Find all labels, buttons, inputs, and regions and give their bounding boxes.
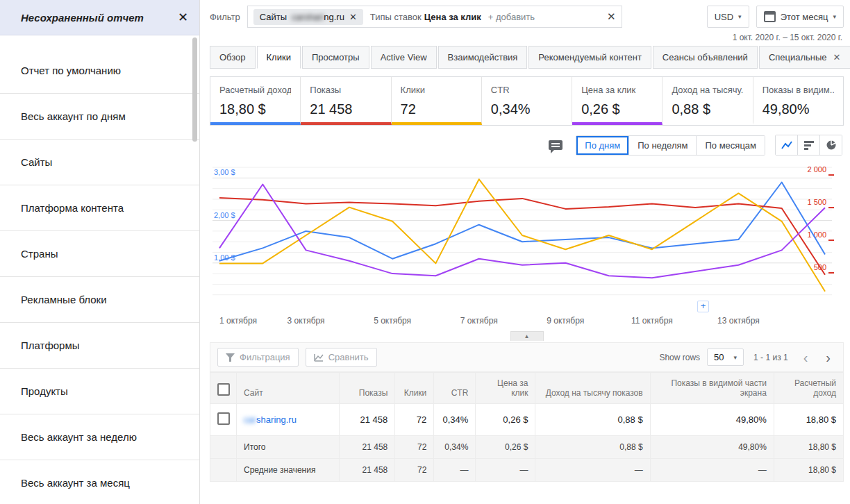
report-main: Фильтр Сайты carsharing.ru ✕ Типы ставок… <box>200 0 850 504</box>
tab-interactions[interactable]: Взаимодействия <box>438 46 528 69</box>
granularity-by-day-button[interactable]: По дням <box>576 136 629 155</box>
sidebar-item-products[interactable]: Продукты <box>0 369 199 414</box>
bar-chart-icon <box>803 140 815 150</box>
col-header-viewability[interactable]: Показы в видимой части экрана <box>650 373 774 404</box>
comment-button[interactable] <box>545 136 566 154</box>
sidebar-item-label: Весь аккаунт за месяц <box>21 477 130 489</box>
averages-clicks: 72 <box>395 459 434 482</box>
col-header-ctr[interactable]: CTR <box>434 373 476 404</box>
metric-card-rpm[interactable]: Доход на тысячу...0,88 $ <box>662 77 753 125</box>
sidebar-item-sites[interactable]: Сайты <box>0 140 199 185</box>
close-icon[interactable]: ✕ <box>178 11 188 24</box>
totals-ctr: 0,34% <box>434 436 476 459</box>
line-chart-icon <box>781 140 792 150</box>
metric-card-revenue[interactable]: Расчетный доход18,80 $ <box>210 77 301 125</box>
bid-type-filter-chip[interactable]: Типы ставокЦена за клик <box>370 12 481 22</box>
col-header-revenue[interactable]: Расчетный доход <box>774 373 843 404</box>
tab-custom[interactable]: Специальные✕ <box>759 46 850 69</box>
sidebar-item-account-by-week[interactable]: Весь аккаунт за неделю <box>0 414 199 460</box>
tab-views[interactable]: Просмотры <box>302 46 369 69</box>
prev-page-icon[interactable]: ‹ <box>798 351 814 364</box>
pie-chart-button[interactable] <box>820 135 842 155</box>
site-link[interactable]: carsharing.ru <box>244 414 297 425</box>
filter-chips-box[interactable]: Сайты carsharing.ru ✕ Типы ставокЦена за… <box>247 6 622 28</box>
col-header-clicks[interactable]: Клики <box>395 373 434 404</box>
granularity-by-month-button[interactable]: По месяцам <box>697 136 765 155</box>
granularity-by-week-button[interactable]: По неделям <box>629 136 697 155</box>
averages-row: Средние значения 21 458 72 — — — — 18,80… <box>210 459 844 482</box>
results-table: Сайт Показы Клики CTR Цена за клик Доход… <box>210 372 844 482</box>
select-all-checkbox[interactable] <box>217 383 230 396</box>
sidebar-item-account-by-month[interactable]: Весь аккаунт за месяц <box>0 460 199 504</box>
date-range-select[interactable]: Этот месяц ▾ <box>756 6 844 28</box>
cell-rpm: 0,88 $ <box>535 404 650 436</box>
line-chart-button[interactable] <box>776 135 798 155</box>
col-header-site[interactable]: Сайт <box>237 373 340 404</box>
compare-chart-icon <box>314 353 324 362</box>
sidebar-item-ad-units[interactable]: Рекламные блоки <box>0 277 199 323</box>
remove-site-filter-icon[interactable]: ✕ <box>349 12 357 22</box>
metric-label: CTR <box>491 85 562 95</box>
sidebar-item-account-by-day[interactable]: Весь аккаунт по дням <box>0 94 199 140</box>
zoom-reset-icon[interactable]: + <box>697 301 709 312</box>
row-checkbox[interactable] <box>217 412 230 425</box>
chevron-down-icon: ▾ <box>738 13 742 20</box>
svg-text:1 октября: 1 октября <box>219 316 257 326</box>
filter-table-button[interactable]: Фильтрация <box>217 348 299 367</box>
col-header-rpm[interactable]: Доход на тысячу показов <box>535 373 650 404</box>
metric-card-clicks[interactable]: Клики72 <box>392 77 482 125</box>
metric-card-viewability[interactable]: Показы в видим...49,80% <box>753 77 843 125</box>
metric-card-cpc[interactable]: Цена за клик0,26 $ <box>572 77 662 125</box>
chart-canvas: 3,00 $2,00 $1,00 $2 0001 5001 0005001 ок… <box>210 160 836 329</box>
next-page-icon[interactable]: › <box>820 351 836 364</box>
sidebar-item-label: Продукты <box>21 385 68 397</box>
close-tab-icon[interactable]: ✕ <box>833 52 841 62</box>
site-filter-chip[interactable]: Сайты carsharing.ru ✕ <box>253 9 363 25</box>
funnel-icon <box>226 353 235 362</box>
tab-active-view[interactable]: Active View <box>371 46 437 69</box>
rows-per-page-value: 50 <box>714 352 724 362</box>
calendar-icon <box>764 11 776 22</box>
sidebar-item-default-report[interactable]: Отчет по умолчанию <box>0 48 199 94</box>
sidebar-item-content-platform[interactable]: Платформа контента <box>0 185 199 231</box>
collapse-chart-button[interactable]: ▲ <box>510 331 544 341</box>
tab-ad-sessions[interactable]: Сеансы объявлений <box>653 46 758 69</box>
metric-card-ctr[interactable]: CTR0,34% <box>482 77 572 125</box>
timeseries-chart[interactable]: 3,00 $2,00 $1,00 $2 0001 5001 0005001 ок… <box>210 160 844 331</box>
sidebar-item-label: Платформа контента <box>21 202 124 214</box>
tab-recommended-content[interactable]: Рекомендуемый контент <box>528 46 651 69</box>
svg-text:3 октября: 3 октября <box>288 316 325 326</box>
clear-filters-icon[interactable]: ✕ <box>607 10 616 23</box>
chart-controls: По дням По неделям По месяцам <box>210 135 842 156</box>
sidebar-item-label: Страны <box>21 248 58 260</box>
rows-per-page-select[interactable]: 50 ▾ <box>707 348 744 366</box>
table-toolbar: Фильтрация Сравнить Show rows 50 ▾ 1 - 1… <box>210 342 844 372</box>
granularity-group: По дням По неделям По месяцам <box>576 135 765 156</box>
tab-clicks[interactable]: Клики <box>257 46 301 69</box>
svg-text:1 000: 1 000 <box>807 230 826 239</box>
sidebar-item-platforms[interactable]: Платформы <box>0 323 199 369</box>
tab-overview[interactable]: Обзор <box>210 46 256 69</box>
metric-cards: Расчетный доход18,80 $ Показы21 458 Клик… <box>210 76 844 126</box>
sidebar-scrollbar[interactable] <box>192 37 197 142</box>
sidebar-item-label: Весь аккаунт за неделю <box>21 431 137 443</box>
add-filter-input[interactable]: + добавить <box>488 12 600 22</box>
bar-chart-button[interactable] <box>798 135 820 155</box>
metric-card-impressions[interactable]: Показы21 458 <box>301 77 391 125</box>
report-tabs: Обзор Клики Просмотры Active View Взаимо… <box>210 46 844 69</box>
tab-label: Взаимодействия <box>448 52 518 62</box>
chevron-down-icon: ▾ <box>734 354 738 361</box>
metric-value: 49,80% <box>762 101 834 117</box>
averages-ctr: — <box>434 459 476 482</box>
compare-button[interactable]: Сравнить <box>306 348 377 367</box>
chevron-down-icon: ▾ <box>833 13 836 20</box>
cell-impressions: 21 458 <box>340 404 395 436</box>
sidebar-item-countries[interactable]: Страны <box>0 231 199 277</box>
currency-select[interactable]: USD ▾ <box>707 6 749 28</box>
col-header-impressions[interactable]: Показы <box>340 373 395 404</box>
svg-text:2 000: 2 000 <box>807 165 826 174</box>
totals-rpm: 0,88 $ <box>535 436 650 459</box>
col-header-cpc[interactable]: Цена за клик <box>476 373 535 404</box>
cell-revenue: 18,80 $ <box>774 404 843 436</box>
filter-bar: Фильтр Сайты carsharing.ru ✕ Типы ставок… <box>210 6 844 28</box>
